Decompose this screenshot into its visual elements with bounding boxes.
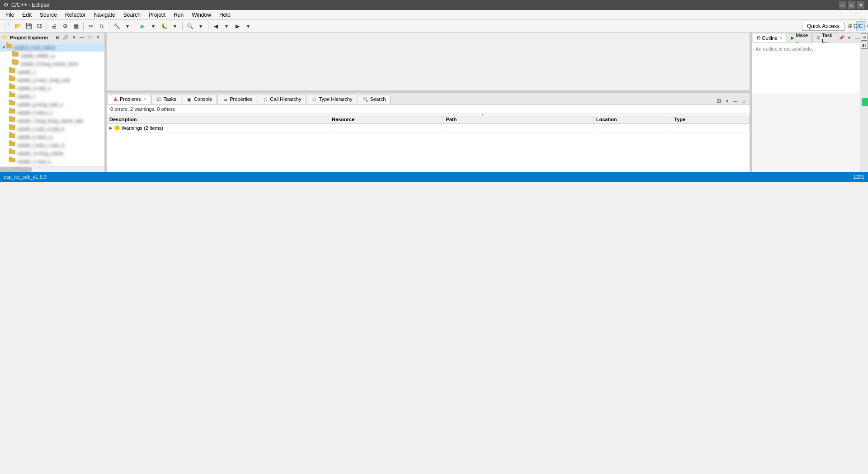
expand-arrow-root[interactable]: ▼ (2, 45, 6, 50)
outline-view-menu-btn[interactable]: ▾ (846, 34, 853, 41)
tree-item-11[interactable]: subdir_k item_a (0, 133, 104, 141)
tree-folder-icon-10 (9, 125, 16, 133)
center-content: ⚠ Problems × ☑ Tasks ▣ Console (107, 33, 750, 172)
toolbar-build-btn[interactable]: 🔨 (112, 21, 122, 31)
close-button[interactable]: ✕ (857, 1, 864, 9)
toolbar-run-btn[interactable]: ▶ (137, 21, 147, 31)
tree-item-9[interactable]: subdir_i long_long_name_abc (0, 117, 104, 125)
tree-item-10[interactable]: subdir_j sub_a sub_b (0, 125, 104, 133)
tree-item-8[interactable]: subdir_h item_z (0, 109, 104, 117)
toolbar-save-all-btn[interactable]: 🖫 (34, 21, 44, 31)
toolbar-btn-2[interactable]: ⚙ (60, 21, 70, 31)
toolbar-search-btn[interactable]: 🔍 (185, 21, 195, 31)
maximize-panel-btn[interactable]: □ (86, 34, 94, 41)
menu-edit[interactable]: Edit (19, 11, 35, 19)
toolbar-print-btn[interactable]: 🖨 (49, 21, 59, 31)
title-bar-controls[interactable]: ─ □ ✕ (839, 1, 864, 9)
col-header-resource[interactable]: Resource (329, 115, 443, 123)
tree-item-7[interactable]: subdir_g long_sub_y (0, 100, 104, 109)
tab-task-list[interactable]: ☑ Task L... (812, 33, 836, 42)
toolbar-debug-drop-btn[interactable]: ▾ (170, 21, 180, 31)
toolbar-new-btn[interactable]: 📄 (2, 21, 12, 31)
col-header-path[interactable]: Path (443, 115, 593, 123)
toolbar-build-drop-btn[interactable]: ▾ (123, 21, 132, 31)
right-icon-2[interactable]: ◧ (861, 42, 868, 49)
tree-item-5[interactable]: subdir_e sub_x . (0, 84, 104, 92)
tab-call-hierarchy[interactable]: ⬡ Call Hierarchy (258, 94, 306, 104)
project-explorer-title: Project Explorer (10, 35, 52, 40)
menu-refactor[interactable]: Refactor (61, 11, 89, 19)
link-editor-btn[interactable]: 🔗 (62, 34, 69, 41)
quick-access-button[interactable]: Quick Access (802, 22, 844, 31)
tree-item-2[interactable]: ▶ subdir_b long_name_here (0, 60, 104, 68)
col-header-description[interactable]: Description (107, 115, 329, 123)
tree-folder-icon-14 (9, 158, 16, 165)
problems-new-btn[interactable]: ⊞ (715, 97, 722, 104)
toolbar-nav-next-drop-btn[interactable]: ▾ (243, 21, 253, 31)
menu-file[interactable]: File (2, 11, 18, 19)
menu-run[interactable]: Run (170, 11, 187, 19)
collapse-all-btn[interactable]: ⊟ (54, 34, 61, 41)
toolbar-debug-btn[interactable]: 🐛 (159, 21, 169, 31)
tree-item-14[interactable]: subdir_n sub_e (0, 157, 104, 166)
toolbar-run-drop-btn[interactable]: ▾ (148, 21, 158, 31)
tab-outline[interactable]: ⊟ Outline × (753, 33, 786, 42)
bottom-panel-tabs: ⚠ Problems × ☑ Tasks ▣ Console (107, 93, 750, 105)
tab-make[interactable]: ▶ Make ... (787, 33, 812, 42)
tree-item-1[interactable]: ▶ subdir_folder_a (0, 52, 104, 60)
outline-message: An outline is not available. (755, 46, 813, 52)
tree-item-4[interactable]: subdir_d very_long_sub (0, 76, 104, 84)
project-explorer-header: 📁 Project Explorer ⊟ 🔗 ▾ — □ × (0, 33, 104, 43)
maximize-button[interactable]: □ (848, 1, 855, 9)
tab-search[interactable]: 🔍 Search (358, 94, 391, 104)
col-header-type[interactable]: Type (671, 115, 750, 123)
panel-header-icons: ⊟ 🔗 ▾ — □ × (54, 34, 102, 41)
row-expand-arrow[interactable]: ▶ (109, 126, 113, 130)
toolbar-save-btn[interactable]: 💾 (24, 21, 33, 31)
tab-tasks[interactable]: ☑ Tasks (151, 94, 181, 104)
toolbar-search-drop-btn[interactable]: ▾ (196, 21, 206, 31)
tab-problems-close[interactable]: × (143, 97, 146, 101)
tree-item-13[interactable]: subdir_m long_name (0, 149, 104, 157)
close-panel-btn[interactable]: × (94, 34, 102, 41)
tree-item-12[interactable]: subdir_l sub_c sub_d (0, 141, 104, 149)
problems-minimize-btn[interactable]: — (731, 97, 739, 104)
toolbar-cut-btn[interactable]: ✂ (86, 21, 96, 31)
outline-pin-btn[interactable]: 📌 (838, 34, 845, 41)
menu-help[interactable]: Help (216, 11, 234, 19)
perspective-cpp-btn[interactable]: C/C++ (856, 21, 866, 31)
col-header-location[interactable]: Location (594, 115, 672, 123)
search-tab-icon: 🔍 (363, 96, 368, 102)
tab-problems[interactable]: ⚠ Problems × (108, 94, 151, 104)
menu-search[interactable]: Search (120, 11, 144, 19)
toolbar-copy-btn[interactable]: ⎘ (97, 21, 107, 31)
tree-item-root[interactable]: ▼ project_root_name (0, 43, 104, 52)
tab-properties[interactable]: ☰ Properties (217, 94, 257, 104)
menu-navigate[interactable]: Navigate (90, 11, 118, 19)
tab-console[interactable]: ▣ Console (182, 94, 217, 104)
green-side-btn[interactable] (862, 98, 868, 106)
tab-type-hierarchy[interactable]: ⬡ Type Hierarchy (307, 94, 357, 104)
toolbar-btn-3[interactable]: ▦ (71, 21, 81, 31)
menu-window[interactable]: Window (188, 11, 215, 19)
problems-maximize-btn[interactable]: □ (740, 97, 747, 104)
left-scroll-thumb[interactable] (0, 167, 32, 172)
right-icon-1[interactable]: ⊞ (861, 33, 868, 41)
toolbar-nav-drop-btn[interactable]: ▾ (222, 21, 231, 31)
view-menu-btn[interactable]: ▾ (70, 34, 77, 41)
left-panel-scrollbar[interactable] (0, 166, 104, 172)
main-content-row: 📁 Project Explorer ⊟ 🔗 ▾ — □ × ▼ project… (0, 33, 868, 172)
toolbar-nav-next-btn[interactable]: ▶ (232, 21, 242, 31)
status-bar-right: 1201 (854, 174, 864, 180)
toolbar-nav-prev-btn[interactable]: ◀ (211, 21, 221, 31)
tree-item-6[interactable]: subdir_f (0, 92, 104, 100)
tab-outline-close[interactable]: × (780, 36, 782, 40)
tree-item-3[interactable]: subdir_c (0, 68, 104, 76)
table-row-warnings[interactable]: ▶ ! Warnings (2 items) (107, 124, 750, 133)
problems-view-menu-btn[interactable]: ▾ (723, 97, 731, 104)
minimize-button[interactable]: ─ (839, 1, 846, 9)
menu-source[interactable]: Source (36, 11, 61, 19)
minimize-panel-btn[interactable]: — (78, 34, 85, 41)
toolbar-open-btn[interactable]: 📂 (13, 21, 23, 31)
menu-project[interactable]: Project (145, 11, 169, 19)
